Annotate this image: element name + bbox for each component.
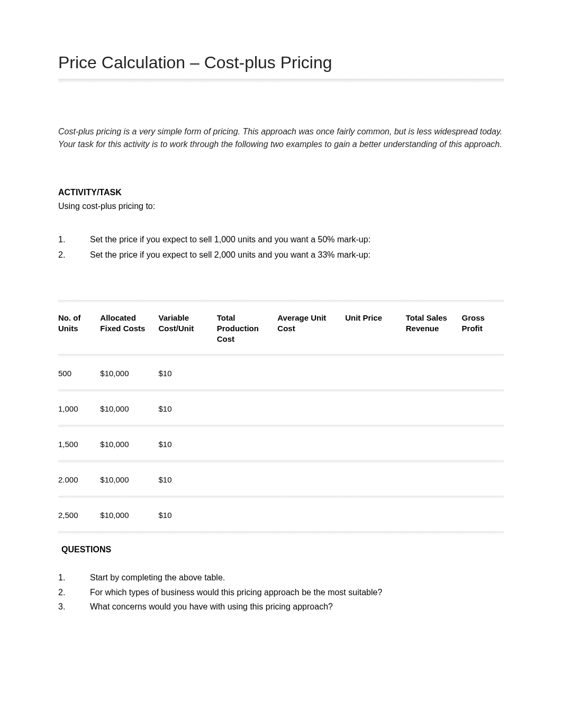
cell-rev	[406, 463, 462, 496]
cell-price	[345, 428, 406, 460]
cell-profit	[462, 499, 504, 531]
question-item: 3. What concerns would you have with usi…	[58, 599, 504, 614]
list-text: What concerns would you have with using …	[90, 599, 333, 614]
cell-total	[217, 428, 278, 460]
cell-avg	[277, 357, 345, 389]
cell-units: 1,000	[58, 393, 100, 425]
table-row: 1,000 $10,000 $10	[58, 393, 504, 425]
col-header-profit: Gross Profit	[462, 303, 504, 354]
activity-item: 2. Set the price if you expect to sell 2…	[58, 248, 504, 263]
page-title: Price Calculation – Cost-plus Pricing	[58, 53, 504, 72]
cell-avg	[277, 393, 345, 425]
table-header-row: No. of Units Allocated Fixed Costs Varia…	[58, 303, 504, 354]
cell-profit	[462, 463, 504, 496]
col-header-price: Unit Price	[345, 303, 406, 354]
cell-profit	[462, 357, 504, 389]
pricing-table: No. of Units Allocated Fixed Costs Varia…	[58, 303, 504, 535]
cell-fixed: $10,000	[100, 428, 158, 460]
cell-rev	[406, 499, 462, 531]
col-header-rev: Total Sales Revenue	[406, 303, 462, 354]
col-header-units: No. of Units	[58, 303, 100, 354]
activity-heading: ACTIVITY/TASK	[58, 188, 504, 197]
cell-total	[217, 357, 278, 389]
intro-paragraph: Cost-plus pricing is a very simple form …	[58, 125, 504, 151]
cell-rev	[406, 357, 462, 389]
list-text: Set the price if you expect to sell 1,00…	[90, 232, 370, 248]
cell-var: $10	[159, 357, 217, 389]
cell-rev	[406, 393, 462, 425]
activity-item: 1. Set the price if you expect to sell 1…	[58, 232, 504, 248]
cell-avg	[277, 499, 345, 531]
cell-avg	[277, 428, 345, 460]
cell-var: $10	[159, 393, 217, 425]
cell-units: 1,500	[58, 428, 100, 460]
table-row: 500 $10,000 $10	[58, 357, 504, 389]
question-item: 2. For which types of business would thi…	[58, 585, 504, 599]
cell-units: 2.000	[58, 463, 100, 496]
col-header-avg: Average Unit Cost	[277, 303, 345, 354]
cell-total	[217, 499, 278, 531]
cell-units: 2,500	[58, 499, 100, 531]
col-header-fixed: Allocated Fixed Costs	[100, 303, 158, 354]
cell-fixed: $10,000	[100, 499, 158, 531]
col-header-var: Variable Cost/Unit	[159, 303, 217, 354]
activity-subheading: Using cost-plus pricing to:	[58, 202, 504, 211]
table-row: 2.000 $10,000 $10	[58, 463, 504, 496]
row-divider	[58, 531, 504, 534]
cell-price	[345, 393, 406, 425]
list-number: 3.	[58, 599, 90, 614]
cell-var: $10	[159, 463, 217, 496]
cell-price	[345, 499, 406, 531]
cell-rev	[406, 428, 462, 460]
table-row: 2,500 $10,000 $10	[58, 499, 504, 531]
question-item: 1. Start by completing the above table.	[58, 570, 504, 585]
cell-fixed: $10,000	[100, 463, 158, 496]
cell-var: $10	[159, 428, 217, 460]
cell-fixed: $10,000	[100, 393, 158, 425]
cell-fixed: $10,000	[100, 357, 158, 389]
cell-profit	[462, 393, 504, 425]
cell-total	[217, 463, 278, 496]
list-number: 1.	[58, 570, 90, 585]
cell-price	[345, 357, 406, 389]
col-header-total: Total Production Cost	[217, 303, 278, 354]
cell-avg	[277, 463, 345, 496]
title-divider	[58, 79, 504, 83]
list-text: Set the price if you expect to sell 2,00…	[90, 248, 370, 263]
cell-price	[345, 463, 406, 496]
cell-total	[217, 393, 278, 425]
activity-list: 1. Set the price if you expect to sell 1…	[58, 232, 504, 263]
list-number: 1.	[58, 232, 90, 248]
questions-list: 1. Start by completing the above table. …	[58, 570, 504, 614]
cell-units: 500	[58, 357, 100, 389]
list-number: 2.	[58, 248, 90, 263]
list-text: Start by completing the above table.	[90, 570, 225, 585]
questions-heading: QUESTIONS	[61, 545, 504, 554]
pricing-table-wrap: No. of Units Allocated Fixed Costs Varia…	[58, 300, 504, 535]
list-text: For which types of business would this p…	[90, 585, 382, 599]
list-number: 2.	[58, 585, 90, 599]
cell-var: $10	[159, 499, 217, 531]
table-row: 1,500 $10,000 $10	[58, 428, 504, 460]
cell-profit	[462, 428, 504, 460]
